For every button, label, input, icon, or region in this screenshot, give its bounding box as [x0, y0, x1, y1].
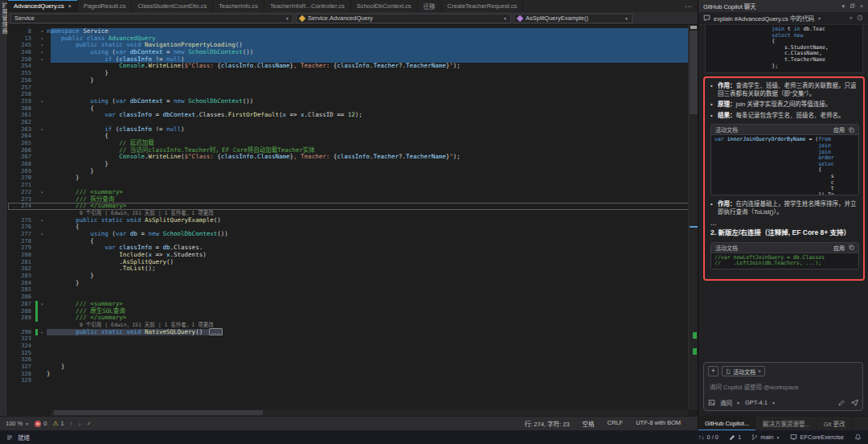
line-number[interactable]: 287 — [8, 301, 35, 308]
line-number[interactable]: 281 — [8, 259, 35, 266]
indentation-mode[interactable]: 空格 — [583, 419, 595, 428]
branch-selector[interactable]: main ▼ — [751, 434, 780, 441]
line-number[interactable]: 272 — [8, 189, 35, 196]
line-number[interactable]: 279 — [8, 245, 35, 252]
fold-toggle-icon[interactable]: ▾ — [38, 28, 47, 35]
editor-tab[interactable]: TeacherInfo.cs — [213, 0, 264, 12]
fold-toggle-icon[interactable]: ▾ — [38, 231, 47, 238]
line-number[interactable]: 326 — [8, 356, 35, 364]
add-context-button[interactable]: + — [708, 366, 719, 376]
code-line[interactable]: 268 } — [8, 161, 698, 168]
fold-toggle-icon[interactable]: ▾ — [38, 189, 47, 196]
code-line[interactable]: 261 var classInfo = dbContext.Classes.Fi… — [8, 112, 698, 119]
line-number[interactable]: 268 — [8, 161, 35, 168]
line-ending[interactable]: CRLF — [608, 419, 624, 428]
tab-close-icon[interactable]: × — [68, 3, 72, 9]
line-number[interactable]: 264 — [8, 133, 35, 140]
code-line[interactable]: 290▸ public static void NativeSQLQuery()… — [8, 329, 698, 336]
line-number[interactable]: 274 — [8, 203, 35, 210]
code-line[interactable]: 327 } — [8, 364, 698, 371]
line-number[interactable]: 283 — [8, 273, 35, 280]
dock-tab[interactable]: GitHub Copilot... — [698, 417, 756, 430]
split-editor-gripper[interactable] — [690, 26, 697, 29]
zoom-dropdown[interactable]: 100 % ▼ — [6, 420, 29, 427]
line-number[interactable]: 262 — [8, 119, 35, 126]
bell-icon[interactable] — [854, 434, 862, 441]
code-line[interactable]: 270 } — [8, 175, 698, 182]
line-number[interactable]: 258 — [8, 91, 35, 98]
line-number[interactable]: 282 — [8, 265, 35, 273]
extension-manager-collapsed-tab[interactable]: 扩展管理器 — [0, 0, 8, 416]
line-number[interactable]: 325 — [8, 350, 35, 357]
copy-icon[interactable] — [849, 127, 854, 133]
apply-button[interactable]: 应用 — [833, 125, 845, 134]
line-number[interactable]: 269 — [8, 168, 35, 175]
repository-selector[interactable]: EFCoreExercise — [790, 434, 844, 441]
code-line[interactable]: 263▾ if (classInfo != null) — [8, 126, 698, 134]
line-number[interactable]: 246 — [8, 49, 35, 56]
line-number[interactable]: 260 — [8, 105, 35, 113]
line-number[interactable]: 8 — [8, 28, 35, 35]
background-tasks-icon[interactable] — [6, 434, 13, 441]
encoding[interactable]: UTF-8 with BOM — [636, 419, 681, 428]
code-line[interactable]: 283 } — [8, 273, 698, 280]
fold-toggle-icon[interactable]: ▸ — [38, 329, 47, 336]
warning-counter[interactable]: ⚠ 1 — [52, 420, 63, 427]
line-number[interactable]: 254 — [8, 63, 35, 70]
editor-horizontal-scrollbar[interactable] — [51, 409, 688, 416]
line-number[interactable]: 261 — [8, 112, 35, 119]
editor-tab[interactable]: PagedResult.cs — [78, 0, 133, 12]
project-dropdown[interactable]: Service ▼ — [10, 14, 293, 23]
dock-tab[interactable]: Git 更改 — [817, 417, 853, 430]
previous-issue-icon[interactable]: ↑ — [70, 421, 73, 426]
line-number[interactable]: 245 — [8, 42, 35, 49]
fold-toggle-icon[interactable]: ▾ — [38, 35, 47, 43]
line-number[interactable]: 267 — [8, 154, 35, 161]
line-number[interactable]: 257 — [8, 84, 35, 92]
code-line[interactable]: 326 — [8, 356, 698, 364]
line-number[interactable]: 327 — [8, 364, 35, 371]
line-number[interactable]: 259 — [8, 98, 35, 105]
code-line[interactable]: 259▾ using (var dbContext = new SchoolDb… — [8, 98, 698, 105]
line-number[interactable]: 277 — [8, 231, 35, 238]
editor-tab[interactable]: 迁移 — [418, 0, 442, 12]
chat-input-container[interactable]: + 活动文档 × 询问 Copilot 或使用 @workspace 询问 ▼ — [703, 362, 863, 411]
line-number[interactable]: 329 — [8, 377, 35, 384]
fold-toggle-icon[interactable]: ▾ — [38, 126, 47, 134]
code-line[interactable]: 325 — [8, 350, 698, 357]
code-line[interactable]: 282 .ToList(); — [8, 265, 698, 273]
line-number[interactable]: 266 — [8, 147, 35, 154]
line-number[interactable]: 255 — [8, 70, 35, 77]
code-line[interactable]: 275▾ public static void AsSplitQueryExam… — [8, 217, 698, 224]
chat-history[interactable]: join t in db.Teac select new { s.Student… — [698, 25, 868, 359]
close-icon[interactable]: × — [860, 3, 863, 9]
line-number[interactable]: 263 — [8, 126, 35, 134]
line-number[interactable]: 256 — [8, 77, 35, 84]
editor-tab[interactable]: AdvancedQuery.cs× — [8, 0, 78, 12]
error-counter[interactable]: × 0 — [35, 420, 47, 427]
tab-overflow-button[interactable]: ⋯ — [679, 0, 698, 12]
close-icon[interactable]: × — [758, 368, 761, 374]
code-line[interactable]: 267 Console.WriteLine($"Class: {classInf… — [8, 154, 698, 161]
code-line[interactable]: 284 } — [8, 280, 698, 287]
chevron-down-icon[interactable]: ▾ — [841, 3, 845, 10]
fold-toggle-icon[interactable]: ▾ — [38, 217, 47, 224]
type-dropdown[interactable]: Service.AdvancedQuery ▼ — [296, 14, 511, 23]
code-line[interactable]: 324 — [8, 343, 698, 350]
sync-status[interactable]: ↑↓ 0 / 0 — [698, 434, 719, 441]
scrollbar-thumb[interactable] — [54, 410, 263, 415]
history-icon[interactable] — [857, 14, 863, 22]
conversation-selector[interactable]: explain #AdvancedQuery.cs 中的代码 ▼ + — [698, 12, 868, 25]
line-number[interactable]: 271 — [8, 182, 35, 189]
code-line[interactable]: 274 /// </summary> — [8, 203, 698, 210]
pending-edits[interactable]: 1 — [729, 434, 741, 441]
scrollbar-thumb[interactable] — [690, 31, 698, 114]
context-chip[interactable]: 活动文档 × — [722, 366, 765, 376]
fold-toggle-icon[interactable]: ▾ — [38, 49, 47, 56]
code-line[interactable]: 285 — [8, 286, 698, 294]
line-number[interactable]: 273 — [8, 196, 35, 204]
line-number[interactable]: 270 — [8, 175, 35, 182]
editor-tab[interactable]: SchoolDbContext.cs — [351, 0, 418, 12]
mode-dropdown[interactable]: 询问 ▼ — [720, 398, 740, 407]
new-chat-icon[interactable]: + — [850, 14, 853, 22]
